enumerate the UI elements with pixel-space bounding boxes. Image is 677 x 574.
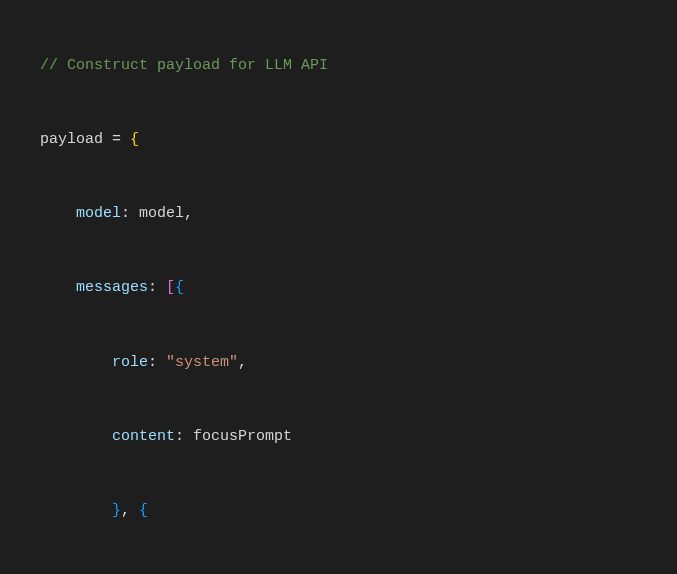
indent xyxy=(40,428,112,445)
colon: : xyxy=(148,354,166,371)
comma: , xyxy=(184,205,193,222)
indent xyxy=(40,354,112,371)
code-editor: // Construct payload for LLM API payload… xyxy=(0,0,677,574)
identifier: focusPrompt xyxy=(193,428,292,445)
code-line: role: "system", xyxy=(0,351,677,376)
brace-open: { xyxy=(175,279,184,296)
colon: : xyxy=(121,205,139,222)
code-line: }, { xyxy=(0,499,677,524)
indent xyxy=(40,205,76,222)
indent xyxy=(40,502,112,519)
brace-open: { xyxy=(130,131,139,148)
code-line: payload = { xyxy=(0,128,677,153)
comma: , xyxy=(121,502,139,519)
indent xyxy=(40,279,76,296)
code-line: messages: [{ xyxy=(0,276,677,301)
identifier: model xyxy=(139,205,184,222)
property: role xyxy=(112,354,148,371)
string: "system" xyxy=(166,354,238,371)
operator: = xyxy=(103,131,130,148)
colon: : xyxy=(175,428,193,445)
comment: // Construct payload for LLM API xyxy=(40,57,328,74)
bracket-open: [ xyxy=(166,279,175,296)
colon: : xyxy=(148,279,166,296)
identifier: payload xyxy=(40,131,103,148)
code-line: content: focusPrompt xyxy=(0,425,677,450)
code-line: model: model, xyxy=(0,202,677,227)
brace-close: } xyxy=(112,502,121,519)
comma: , xyxy=(238,354,247,371)
brace-open: { xyxy=(139,502,148,519)
property: model xyxy=(76,205,121,222)
property: content xyxy=(112,428,175,445)
code-line: // Construct payload for LLM API xyxy=(0,54,677,79)
property: messages xyxy=(76,279,148,296)
